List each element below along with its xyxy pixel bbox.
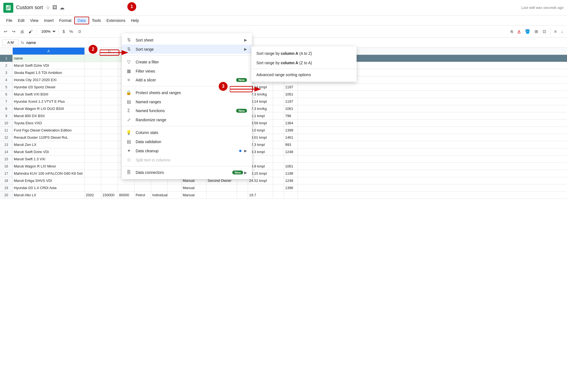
toolbar: ↩ ↪ 🖨 🖌 100% $ % .0 S A 🪣 ⊞ ⊡ ≡ ↓ xyxy=(0,25,567,38)
table-row: 18Maruti Ertiga SHVS VDIManualSecond Own… xyxy=(0,177,567,184)
step-3-badge: 3 xyxy=(219,82,228,91)
data-connectors-label: Data connectors xyxy=(136,170,230,175)
step-1-badge: 1 xyxy=(127,2,136,11)
menu-add-slicer[interactable]: ≡ Add a slicer New xyxy=(122,76,252,84)
menu-extensions[interactable]: Extensions xyxy=(104,17,128,24)
paint-format-button[interactable]: 🖌 xyxy=(27,28,34,35)
formula-bar: fx xyxy=(0,38,567,48)
title-icons: ☆ 🖼 ☁ xyxy=(46,5,65,11)
sort-sheet-arrow: ▶ xyxy=(244,38,247,42)
connectors-arrow: ▶ xyxy=(244,171,247,175)
data-validation-label: Data validation xyxy=(136,140,247,144)
svg-rect-3 xyxy=(7,8,10,8)
menu-data-cleanup[interactable]: ✦ Data cleanup ▶ xyxy=(122,146,252,155)
randomize-icon: ⤢ xyxy=(126,117,132,122)
doc-title[interactable]: Custom sort xyxy=(16,5,43,11)
table-row: 8Maruti Wagon R LXI DUO BSIIIManualFirst… xyxy=(0,105,567,112)
decimal-button[interactable]: .0 xyxy=(76,28,83,35)
folder-icon[interactable]: 🖼 xyxy=(52,5,57,11)
menu-sep-1 xyxy=(122,55,252,56)
sort-sheet-icon: ⇅ xyxy=(126,37,132,43)
sort-range-za[interactable]: Sort range by column A (Z to A) xyxy=(251,58,357,68)
cleanup-arrow: ▶ xyxy=(244,149,247,153)
step-2-badge: 2 xyxy=(89,45,97,54)
filter-icon: ▽ xyxy=(126,59,132,65)
currency-button[interactable]: $ xyxy=(61,28,66,35)
last-edit-text: Last edit was seconds ago xyxy=(521,6,564,10)
arrow-2 xyxy=(100,49,125,55)
data-cleanup-icon: ✦ xyxy=(126,148,132,153)
data-validation-icon: ▤ xyxy=(126,139,132,144)
zoom-select[interactable]: 100% xyxy=(39,29,56,34)
menu-named-functions[interactable]: Σ Named functions New xyxy=(122,106,252,115)
menu-randomize-range[interactable]: ⤢ Randomize range xyxy=(122,115,252,124)
table-row: 6Maruti Swift VXI BSIIIManualFirst Owner… xyxy=(0,91,567,98)
toolbar-sep-2 xyxy=(58,28,59,35)
menu-help[interactable]: Help xyxy=(128,17,142,24)
menu-edit[interactable]: Edit xyxy=(15,17,27,24)
text-color-button[interactable]: A xyxy=(516,28,522,35)
undo-button[interactable]: ↩ xyxy=(2,28,9,35)
arrow-3 xyxy=(230,85,257,92)
table-row: 13Maruti Zen LXManualSecond Owner17.3 km… xyxy=(0,141,567,148)
merge-button[interactable]: ⊡ xyxy=(541,28,548,35)
sort-sheet-label: Sort sheet xyxy=(136,38,244,42)
menu-file[interactable]: File xyxy=(3,17,15,24)
print-button[interactable]: 🖨 xyxy=(18,28,26,35)
sort-range-az[interactable]: Sort range by column A (A to Z) xyxy=(251,49,357,58)
menu-data-connectors[interactable]: 🗄 Data connectors New ▶ xyxy=(122,168,252,177)
menu-format[interactable]: Format xyxy=(56,17,74,24)
table-row: 20Maruti Alto LX200215000080000PetrolInd… xyxy=(0,192,567,199)
top-bar: Custom sort ☆ 🖼 ☁ Last edit was seconds … xyxy=(0,0,567,16)
redo-button[interactable]: ↪ xyxy=(10,28,17,35)
table-row: 7Hyundai Xcent 1.2 VTVT E PlusManualFirs… xyxy=(0,98,567,105)
sort-range-label: Sort range xyxy=(136,47,244,51)
cloud-icon[interactable]: ☁ xyxy=(60,5,65,11)
menu-insert[interactable]: Insert xyxy=(41,17,56,24)
menu-data-validation[interactable]: ▤ Data validation xyxy=(122,137,252,146)
formula-input[interactable] xyxy=(26,40,565,45)
table-row: 9Maruti 800 DX BSIIManualSecond Owner16.… xyxy=(0,112,567,120)
borders-button[interactable]: ⊞ xyxy=(533,28,540,35)
table-row: 11Ford Figo Diesel Celebration EditionMa… xyxy=(0,127,567,134)
menu-sep-3 xyxy=(122,126,252,126)
menu-create-filter[interactable]: ▽ Create a filter xyxy=(122,57,252,66)
menu-view[interactable]: View xyxy=(27,17,41,24)
strikethrough-button[interactable]: S xyxy=(509,28,515,35)
menu-data[interactable]: Data xyxy=(74,17,89,24)
col-header-A[interactable]: A xyxy=(13,48,85,55)
menu-sort-range[interactable]: ⇅ Sort range ▶ xyxy=(122,45,252,54)
advanced-sort-options[interactable]: Advanced range sorting options xyxy=(251,70,357,79)
star-icon[interactable]: ☆ xyxy=(46,5,50,11)
column-stats-label: Column stats xyxy=(136,130,247,135)
sort-range-arrow: ▶ xyxy=(244,47,247,51)
named-ranges-label: Named ranges xyxy=(136,100,247,104)
table-row: 14Maruti Swift Dzire VDiManualSecond Own… xyxy=(0,148,567,156)
valign-button[interactable]: ↓ xyxy=(560,28,565,35)
menu-sort-sheet[interactable]: ⇅ Sort sheet ▶ xyxy=(122,35,252,45)
table-row: 17Mahindra KUV 100 mFALCON G80 K8 5strMa… xyxy=(0,170,567,177)
menu-named-ranges[interactable]: ▤ Named ranges xyxy=(122,97,252,106)
column-stats-icon: 💡 xyxy=(126,130,132,135)
submenu-sep xyxy=(251,69,357,69)
menu-tools[interactable]: Tools xyxy=(89,17,104,24)
menu-bar: File Edit View Insert Format Data Tools … xyxy=(0,16,567,25)
split-text-icon: ⊞ xyxy=(126,157,132,163)
randomize-range-label: Randomize range xyxy=(136,118,247,122)
align-button[interactable]: ≡ xyxy=(553,28,558,35)
svg-rect-4 xyxy=(7,9,9,9)
menu-filter-views[interactable]: ▦ Filter views xyxy=(122,66,252,76)
sort-range-submenu: Sort range by column A (A to Z) Sort ran… xyxy=(251,47,357,82)
fx-label: fx xyxy=(21,40,24,45)
cell-ref-input[interactable] xyxy=(2,40,19,45)
data-dropdown-menu: ⇅ Sort sheet ▶ ⇅ Sort range ▶ ▽ Create a… xyxy=(122,33,252,179)
fill-color-button[interactable]: 🪣 xyxy=(523,28,532,35)
table-row: 19Hyundai i20 1.4 CRDi AstaManual1396 xyxy=(0,184,567,192)
percent-button[interactable]: % xyxy=(68,28,74,35)
create-filter-label: Create a filter xyxy=(136,60,247,64)
table-row: 15Maruti Swift 1.3 VXiManualSecond Owner xyxy=(0,156,567,163)
table-row: 16Maruti Wagon R LXI MinorManualSecond O… xyxy=(0,163,567,170)
named-functions-label: Named functions xyxy=(136,109,234,113)
cleanup-dot xyxy=(239,150,241,152)
menu-column-stats[interactable]: 💡 Column stats xyxy=(122,128,252,137)
